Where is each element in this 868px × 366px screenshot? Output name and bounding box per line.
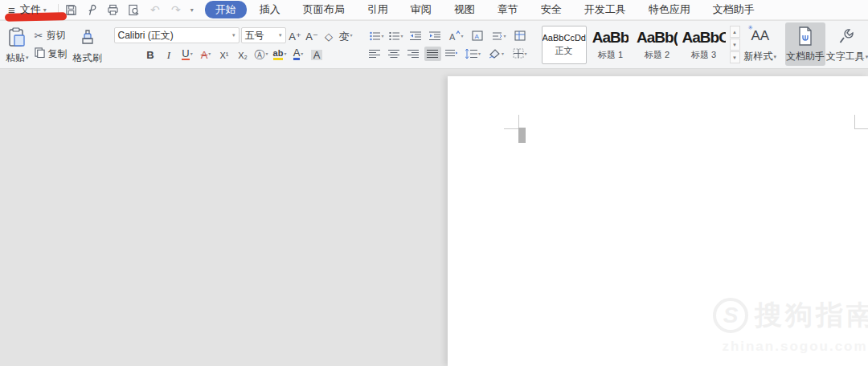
font-color-button[interactable]: A▾ (291, 47, 306, 62)
align-center-button[interactable] (386, 47, 403, 61)
styles-scrollbar: ▲ ▼ ▼ (730, 26, 740, 63)
underline-glyph: U (182, 48, 189, 60)
cut-icon: ✂ (35, 30, 43, 42)
undo-icon[interactable]: ↶ (149, 3, 162, 16)
new-style-glyph: AA (751, 28, 769, 43)
bullet-list-button[interactable]: ▾ (368, 29, 385, 43)
borders-button[interactable]: ▾ (510, 47, 530, 61)
paragraph-layout-button[interactable] (511, 29, 528, 43)
justify-button[interactable] (424, 47, 441, 61)
tab-review[interactable]: 审阅 (401, 0, 441, 19)
paste-button[interactable]: 粘贴▾ (3, 24, 31, 67)
styles-scroll-up-button[interactable]: ▲ (730, 26, 740, 38)
line-spacing-button[interactable]: ▾ (463, 47, 484, 61)
superscript-button[interactable]: X¹ (217, 47, 232, 62)
style-normal[interactable]: AaBbCcDd 正文 (542, 26, 587, 64)
grow-font-button[interactable]: A⁺ (288, 28, 303, 43)
style-label: 标题 3 (691, 49, 716, 61)
file-menu[interactable]: 文件 ▾ (20, 2, 47, 17)
print-preview-icon[interactable] (128, 3, 141, 16)
redo-icon[interactable]: ↷ (170, 3, 182, 16)
copy-button[interactable]: 复制 (35, 47, 68, 61)
increase-indent-button[interactable] (426, 29, 443, 43)
paragraph-group: ▾ ▾ A▾ A ▾ ▾ ▾ ▾ (363, 21, 534, 68)
tab-view[interactable]: 视图 (444, 0, 485, 19)
align-right-button[interactable] (405, 47, 422, 61)
styles-scroll-down-button[interactable]: ▼ (730, 39, 740, 51)
subscript-button[interactable]: X₂ (235, 47, 251, 62)
decrease-indent-button[interactable] (407, 29, 424, 43)
font-size-value: 五号 (245, 29, 264, 43)
tab-references[interactable]: 引用 (358, 0, 398, 19)
tab-security[interactable]: 安全 (531, 0, 571, 19)
tab-home[interactable]: 开始 (205, 1, 247, 18)
pinyin-guide-button[interactable]: 变▾ (338, 28, 354, 43)
style-label: 标题 1 (598, 49, 623, 61)
shading-dropdown-icon: ▾ (502, 51, 504, 56)
styles-gallery: AaBbCcDd 正文 AaBb 标题 1 AaBb( 标题 2 AaBbC( … (540, 21, 742, 68)
pinyin-dropdown-icon: ▾ (350, 33, 353, 38)
style-preview: AaBbCcDd (542, 33, 586, 43)
style-heading-2[interactable]: AaBb( 标题 2 (635, 26, 680, 64)
strike-dropdown-icon: ▾ (208, 51, 211, 56)
font-size-select[interactable]: 五号 ▾ (241, 27, 286, 43)
save-icon[interactable] (65, 3, 78, 16)
text-tools-label: 文字工具 (826, 50, 865, 63)
numbered-list-button[interactable]: ▾ (387, 29, 404, 43)
doc-assistant-button[interactable]: 文档助手 (785, 22, 825, 66)
print-icon[interactable] (107, 3, 120, 16)
doc-assistant-icon (796, 26, 814, 47)
text-effects-dropdown-icon: ▾ (266, 51, 268, 56)
margin-mark-top-right-vertical (854, 115, 855, 129)
copy-icon (35, 47, 45, 60)
align-left-button[interactable] (366, 47, 383, 61)
styles-gallery-more-button[interactable]: ▼ (730, 51, 740, 63)
font-family-select[interactable]: Calibri (正文) ▾ (114, 27, 240, 43)
italic-button[interactable]: I (162, 47, 177, 62)
tab-page-layout[interactable]: 页面布局 (293, 0, 354, 19)
file-menu-label: 文件 (20, 2, 41, 17)
highlight-dropdown-icon: ▾ (284, 51, 286, 56)
char-shading-button[interactable]: A (309, 47, 325, 62)
style-heading-3[interactable]: AaBbC( 标题 3 (682, 26, 727, 64)
output-pdf-icon[interactable] (86, 3, 99, 16)
cut-button[interactable]: ✂ 剪切 (35, 29, 68, 43)
line-spacing-dropdown-icon: ▾ (478, 51, 481, 56)
watermark-url: zhinan.sogou.com (722, 339, 867, 355)
tab-section[interactable]: 章节 (488, 0, 528, 19)
strikethrough-button[interactable]: A▾ (199, 47, 214, 62)
tab-developer[interactable]: 开发工具 (575, 0, 636, 19)
sogou-watermark: S 搜狗指南 zhinan.sogou.com (713, 297, 868, 355)
font-size-dropdown-icon: ▾ (279, 32, 282, 39)
shading-button[interactable]: ▾ (486, 47, 507, 61)
tab-doc-assistant[interactable]: 文档助手 (703, 0, 764, 19)
clear-format-button[interactable]: ◇ (321, 28, 337, 43)
bold-button[interactable]: B (143, 47, 158, 62)
document-page[interactable]: S 搜狗指南 zhinan.sogou.com (448, 76, 868, 366)
font-group: Calibri (正文) ▾ 五号 ▾ A⁺ A⁻ ◇ 变▾ B I U▾ A▾… (111, 21, 357, 68)
distribute-align-button[interactable] (444, 47, 461, 61)
asian-layout-button[interactable]: A▾ (445, 29, 466, 43)
text-tools-button[interactable]: 文字工具▾ (825, 22, 868, 66)
new-style-button[interactable]: AA✳ 新样式▾ (742, 22, 780, 66)
font-family-value: Calibri (正文) (118, 29, 174, 43)
svg-text:A: A (474, 33, 479, 40)
style-label: 标题 2 (645, 49, 669, 61)
customize-toolbar-icon[interactable]: ▾ (190, 6, 194, 14)
copy-label: 复制 (48, 47, 68, 61)
text-effects-glyph: Ⓐ (255, 50, 265, 60)
document-area[interactable]: S 搜狗指南 zhinan.sogou.com (0, 70, 868, 366)
paragraph-spacing-button[interactable]: ▾ (488, 29, 509, 43)
text-effects-button[interactable]: Ⓐ▾ (254, 47, 269, 62)
strike-glyph: A (201, 50, 208, 60)
font-color-glyph: A (293, 47, 301, 60)
tab-insert[interactable]: 插入 (250, 0, 290, 19)
text-direction-button[interactable]: A (469, 29, 485, 43)
paste-label: 粘贴 (6, 51, 25, 65)
style-heading-1[interactable]: AaBb 标题 1 (588, 26, 633, 64)
tab-special-apps[interactable]: 特色应用 (639, 0, 700, 19)
shrink-font-button[interactable]: A⁻ (305, 28, 320, 43)
format-painter-button[interactable]: 格式刷 (71, 24, 104, 67)
underline-button[interactable]: U▾ (180, 47, 195, 62)
highlight-color-button[interactable]: ab▾ (272, 47, 288, 62)
